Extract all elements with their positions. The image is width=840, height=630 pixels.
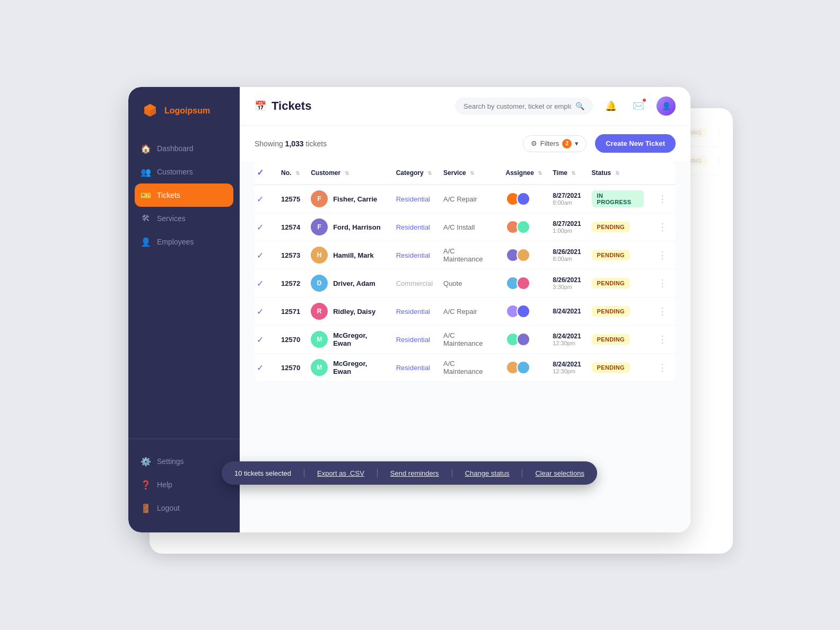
customers-icon: 👥 [141, 167, 151, 177]
more-icon-5[interactable]: ⋮ [654, 333, 670, 346]
sidebar-item-employees[interactable]: 👤 Employees [128, 230, 240, 253]
more-icon-6[interactable]: ⋮ [654, 361, 670, 374]
filter-count-badge: 2 [562, 139, 572, 148]
filter-button[interactable]: ⚙ Filters 2 ▾ [523, 135, 587, 152]
divider4 [522, 469, 522, 477]
status-1: PENDING [587, 213, 649, 241]
service-0: A/C Repair [438, 185, 500, 213]
time-1: 8/27/2021 1:00pm [547, 213, 586, 241]
col-time[interactable]: Time ⇅ [547, 161, 586, 185]
check-icon-5: ✓ [257, 335, 264, 344]
customer-cell-2: H Hamill, Mark [305, 241, 391, 269]
row-checkbox-5[interactable]: ✓ [255, 326, 276, 354]
row-checkbox-4[interactable]: ✓ [255, 298, 276, 326]
sidebar-item-logout[interactable]: 🚪 Logout [128, 496, 240, 520]
assignee-6 [501, 354, 548, 382]
sidebar: Logoipsum 🏠 Dashboard 👥 Customers 🎫 Tick… [128, 87, 240, 532]
toolbar: Showing 1,033 tickets ⚙ Filters 2 ▾ Crea… [240, 126, 690, 161]
customer-name-4: Ridley, Daisy [333, 308, 375, 316]
row-checkbox-6[interactable]: ✓ [255, 354, 276, 382]
table-header-row: ✓ No. ⇅ Customer ⇅ Category [255, 161, 676, 185]
more-icon-4[interactable]: ⋮ [654, 305, 670, 318]
more-icon-2[interactable]: ⋮ [654, 249, 670, 261]
table-row: ✓ 12574 F Ford, Harrison Residential A/C… [255, 213, 676, 241]
more-icon-1[interactable]: ⋮ [654, 221, 670, 233]
search-icon: 🔍 [575, 102, 584, 110]
more-actions-1[interactable]: ⋮ [649, 213, 676, 241]
category-0: Residential [391, 185, 438, 213]
ticket-no-4: 12571 [276, 298, 305, 326]
row-checkbox-1[interactable]: ✓ [255, 213, 276, 241]
customer-avatar-2: H [311, 247, 328, 264]
col-customer[interactable]: Customer ⇅ [305, 161, 391, 185]
ticket-no-5: 12570 [276, 326, 305, 354]
ticket-no-2: 12573 [276, 241, 305, 269]
sort-icon-category: ⇅ [427, 170, 432, 176]
divider2 [377, 469, 378, 477]
assignee-1 [501, 213, 548, 241]
check-icon-4: ✓ [257, 307, 264, 316]
col-actions [649, 161, 676, 185]
category-3: Commercial [391, 269, 438, 298]
chevron-down-icon: ▾ [575, 139, 579, 147]
search-input[interactable] [463, 102, 571, 110]
sidebar-item-services[interactable]: 🛠 Services [128, 207, 240, 230]
more-icon-0[interactable]: ⋮ [654, 192, 670, 205]
table-row: ✓ 12571 R Ridley, Daisy Residential A/C … [255, 298, 676, 326]
customer-avatar-0: F [311, 190, 328, 207]
more-actions-0[interactable]: ⋮ [649, 185, 676, 213]
send-reminders-button[interactable]: Send reminders [390, 469, 439, 477]
create-ticket-button[interactable]: Create New Ticket [595, 134, 676, 153]
help-icon: ❓ [141, 480, 151, 489]
sidebar-item-dashboard[interactable]: 🏠 Dashboard [128, 137, 240, 160]
sidebar-item-customers[interactable]: 👥 Customers [128, 160, 240, 183]
assignee-0 [501, 185, 548, 213]
customer-avatar-4: R [311, 303, 328, 320]
check-icon-2: ✓ [257, 251, 264, 260]
divider [304, 469, 304, 477]
clear-selections-button[interactable]: Clear selections [535, 469, 584, 477]
status-4: PENDING [587, 298, 649, 326]
col-no[interactable]: No. ⇅ [276, 161, 305, 185]
notifications-button[interactable]: 🔔 [601, 97, 620, 116]
more-actions-4[interactable]: ⋮ [649, 298, 676, 326]
messages-button[interactable]: ✉️ [629, 97, 648, 116]
more-actions-2[interactable]: ⋮ [649, 241, 676, 269]
category-1: Residential [391, 213, 438, 241]
service-4: A/C Repair [438, 298, 500, 326]
assignee-av-2 [517, 192, 530, 206]
col-status[interactable]: Status ⇅ [587, 161, 649, 185]
customer-avatar-5: M [311, 331, 328, 348]
sidebar-item-tickets[interactable]: 🎫 Tickets [135, 183, 233, 207]
col-assignee[interactable]: Assignee ⇅ [501, 161, 548, 185]
customer-avatar-6: M [311, 359, 328, 376]
divider3 [452, 469, 452, 477]
category-5: Residential [391, 326, 438, 354]
col-service[interactable]: Service ⇅ [438, 161, 500, 185]
ticket-no-1: 12574 [276, 213, 305, 241]
more-icon-3[interactable]: ⋮ [654, 277, 670, 290]
customer-cell-0: F Fisher, Carrie [305, 185, 391, 213]
change-status-button[interactable]: Change status [465, 469, 510, 477]
search-bar[interactable]: 🔍 [455, 98, 593, 115]
sort-icon-time: ⇅ [571, 170, 575, 176]
col-category[interactable]: Category ⇅ [391, 161, 438, 185]
row-checkbox-0[interactable]: ✓ [255, 185, 276, 213]
category-4: Residential [391, 298, 438, 326]
export-csv-button[interactable]: Export as .CSV [317, 469, 364, 477]
status-5: PENDING [587, 326, 649, 354]
customer-cell-6: M McGregor, Ewan [305, 354, 391, 382]
more-actions-6[interactable]: ⋮ [649, 354, 676, 382]
row-checkbox-3[interactable]: ✓ [255, 269, 276, 298]
logo-icon [141, 102, 159, 120]
more-actions-3[interactable]: ⋮ [649, 269, 676, 298]
time-5: 8/24/2021 12:30pm [547, 326, 586, 354]
check-icon-0: ✓ [257, 195, 264, 204]
row-checkbox-2[interactable]: ✓ [255, 241, 276, 269]
service-5: A/C Maintenance [438, 326, 500, 354]
more-actions-5[interactable]: ⋮ [649, 326, 676, 354]
user-avatar[interactable]: 👤 [657, 97, 676, 116]
service-2: A/C Maintenance [438, 241, 500, 269]
assignee-3 [501, 269, 548, 298]
assignee-4 [501, 298, 548, 326]
